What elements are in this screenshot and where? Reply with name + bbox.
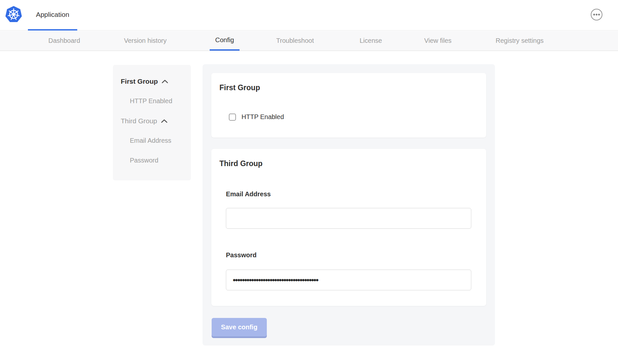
password-field[interactable] bbox=[226, 270, 471, 290]
tab-view-files[interactable]: View files bbox=[419, 31, 457, 51]
tab-config[interactable]: Config bbox=[210, 31, 240, 51]
kubernetes-logo-icon bbox=[5, 6, 22, 24]
sidebar-group-label: First Group bbox=[121, 78, 158, 85]
http-enabled-checkbox-row[interactable]: HTTP Enabled bbox=[229, 113, 284, 121]
tab-dashboard[interactable]: Dashboard bbox=[43, 31, 86, 51]
password-label: Password bbox=[226, 251, 256, 259]
sidebar-item-first-group[interactable]: First Group bbox=[121, 77, 191, 85]
sidebar-item-http-enabled[interactable]: HTTP Enabled bbox=[121, 97, 191, 105]
ellipsis-icon[interactable] bbox=[590, 8, 603, 21]
save-config-button[interactable]: Save config bbox=[212, 318, 267, 336]
tab-registry-settings[interactable]: Registry settings bbox=[490, 31, 549, 51]
secondary-nav: Dashboard Version history Config Trouble… bbox=[0, 31, 618, 51]
tab-version-history[interactable]: Version history bbox=[118, 31, 172, 51]
http-enabled-label: HTTP Enabled bbox=[241, 113, 284, 121]
sidebar-item-password[interactable]: Password bbox=[121, 156, 191, 164]
http-enabled-checkbox[interactable] bbox=[229, 114, 236, 121]
sidebar-item-email-address[interactable]: Email Address bbox=[121, 137, 191, 145]
tab-troubleshoot[interactable]: Troubleshoot bbox=[271, 31, 319, 51]
email-address-label: Email Address bbox=[226, 190, 271, 198]
application-tab-label: Application bbox=[36, 11, 69, 18]
config-group-card-first: First Group HTTP Enabled bbox=[211, 73, 486, 138]
config-group-card-third: Third Group Email Address Password bbox=[211, 149, 486, 306]
tab-application[interactable]: Application bbox=[28, 0, 77, 30]
config-sidebar: First Group HTTP Enabled Third Group Ema… bbox=[113, 65, 191, 180]
group-title: Third Group bbox=[219, 159, 263, 168]
sidebar-group-label: Third Group bbox=[121, 117, 157, 125]
config-panel: First Group HTTP Enabled Third Group Ema… bbox=[203, 64, 495, 346]
sidebar-item-third-group[interactable]: Third Group bbox=[121, 117, 191, 125]
chevron-up-icon[interactable] bbox=[161, 119, 167, 123]
chevron-up-icon[interactable] bbox=[162, 79, 168, 83]
group-title: First Group bbox=[219, 83, 260, 92]
top-bar: Application bbox=[0, 0, 618, 30]
email-address-field[interactable] bbox=[226, 208, 471, 229]
tab-license[interactable]: License bbox=[354, 31, 388, 51]
